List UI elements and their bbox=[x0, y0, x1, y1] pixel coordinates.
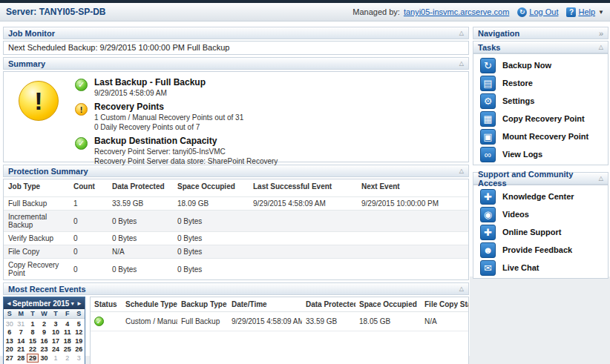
calendar-day[interactable]: 6 bbox=[4, 328, 16, 336]
navigation-header[interactable]: Navigation » bbox=[473, 27, 609, 39]
server-title: Server: TANYI05-SP-DB bbox=[6, 7, 106, 17]
collapse-icon[interactable]: △ bbox=[459, 60, 464, 67]
calendar-day[interactable]: 7 bbox=[16, 328, 27, 336]
tasks-header[interactable]: Tasks △ bbox=[473, 41, 609, 53]
app-header: Server: TANYI05-SP-DB Managed by: tanyi0… bbox=[0, 3, 610, 21]
success-icon: ✓ bbox=[75, 137, 88, 150]
collapse-icon[interactable]: △ bbox=[459, 285, 464, 292]
calendar-day[interactable]: 2 bbox=[62, 354, 73, 362]
calendar-day[interactable]: 1 bbox=[27, 320, 39, 328]
calendar-next-icon[interactable]: ► bbox=[76, 300, 82, 307]
calendar-day[interactable]: 28 bbox=[16, 354, 27, 362]
sidebar-item-backup-now[interactable]: ↻Backup Now bbox=[473, 56, 608, 74]
settings-wrench-icon: ⚙ bbox=[480, 93, 496, 109]
collapse-icon[interactable]: △ bbox=[459, 168, 464, 174]
calendar-day[interactable]: 4 bbox=[62, 320, 73, 328]
calendar-day[interactable]: 5 bbox=[73, 320, 85, 328]
table-cell: Full Backup bbox=[4, 197, 69, 211]
calendar-day[interactable]: 22 bbox=[27, 345, 39, 353]
calendar-day[interactable]: 1 bbox=[50, 354, 62, 362]
table-cell bbox=[249, 211, 357, 232]
help-caret-icon: ▼ bbox=[598, 9, 604, 16]
calendar-day[interactable]: 11 bbox=[62, 328, 73, 336]
backup-now-icon: ↻ bbox=[480, 58, 496, 73]
calendar-day[interactable]: 30 bbox=[4, 320, 16, 328]
sidebar-item-live-chat[interactable]: ✉Live Chat bbox=[473, 259, 608, 277]
expand-panel-icon[interactable]: » bbox=[599, 30, 603, 36]
collapse-icon[interactable]: △ bbox=[459, 30, 464, 36]
calendar-prev-icon[interactable]: ◄ bbox=[6, 300, 12, 307]
summary-item-text: Last Backup - Full Backup9/29/2015 4:58:… bbox=[94, 78, 206, 97]
calendar-day-selected[interactable]: 29 bbox=[27, 354, 39, 363]
sidebar-item-videos[interactable]: ◉Videos bbox=[473, 205, 608, 223]
sidebar-item-provide-feedback[interactable]: ☻Provide Feedback bbox=[473, 241, 608, 259]
calendar-dropdown-icon[interactable]: ▼ bbox=[70, 301, 75, 306]
help-icon[interactable]: ? bbox=[566, 7, 576, 17]
calendar-day[interactable]: 25 bbox=[62, 345, 73, 353]
collapse-icon[interactable]: △ bbox=[599, 44, 603, 50]
calendar-day-header: T bbox=[50, 310, 62, 317]
calendar-day[interactable]: 23 bbox=[39, 345, 50, 353]
calendar-day[interactable]: 3 bbox=[73, 354, 85, 362]
sidebar-item-label: Copy Recovery Point bbox=[502, 114, 585, 123]
calendar-day[interactable]: 3 bbox=[50, 320, 62, 328]
table-row: Full Backup133.59 GB18.09 GB9/29/2015 4:… bbox=[4, 197, 468, 211]
log-out-link[interactable]: Log Out bbox=[529, 7, 558, 16]
sidebar-item-mount-recovery-point[interactable]: ▣Mount Recovery Point bbox=[473, 128, 608, 145]
table-cell: 33.59 GB bbox=[302, 312, 355, 331]
table-cell: N/A bbox=[421, 312, 468, 331]
calendar-grid: 3031123456789101112131415161718192021222… bbox=[4, 319, 85, 364]
collapse-icon[interactable]: △ bbox=[599, 175, 603, 182]
calendar-day[interactable]: 31 bbox=[16, 320, 27, 328]
calendar-day-header: S bbox=[73, 310, 85, 317]
table-cell: Copy Recovery Point bbox=[4, 259, 69, 280]
support-header[interactable]: Support and Community Access △ bbox=[473, 172, 609, 185]
table-cell bbox=[249, 232, 357, 245]
calendar-day[interactable]: 18 bbox=[62, 337, 73, 345]
summary-item-line: 0 Daily Recovery Points out of 7 bbox=[94, 123, 243, 131]
table-cell: 0 Bytes bbox=[173, 211, 249, 232]
summary-item-line: Recovery Point Server data store: ShareP… bbox=[94, 157, 278, 165]
table-cell: 0 bbox=[69, 211, 108, 232]
calendar-day[interactable]: 21 bbox=[16, 345, 27, 353]
managed-by-link[interactable]: tanyi05-insvmc.arcserve.com bbox=[404, 7, 509, 16]
table-cell: 18.05 GB bbox=[355, 312, 421, 331]
calendar-month-label[interactable]: September 2015 bbox=[12, 300, 70, 308]
sidebar-item-view-logs[interactable]: ∞View Logs bbox=[473, 145, 608, 163]
calendar-day[interactable]: 13 bbox=[4, 337, 16, 345]
sidebar-item-settings[interactable]: ⚙Settings bbox=[473, 92, 608, 110]
calendar-day[interactable]: 20 bbox=[4, 345, 16, 353]
summary-item-text: Recovery Points1 Custom / Manual Recover… bbox=[94, 102, 243, 131]
help-link[interactable]: Help bbox=[578, 7, 595, 16]
calendar-day[interactable]: 14 bbox=[16, 337, 27, 345]
calendar-day[interactable]: 19 bbox=[73, 337, 85, 345]
column-header: Status bbox=[91, 297, 122, 312]
calendar-day[interactable]: 24 bbox=[50, 345, 62, 353]
calendar-day[interactable]: 26 bbox=[73, 345, 85, 353]
column-header: Next Event bbox=[357, 179, 468, 197]
calendar: ◄ September 2015 ▼ ► SMTWTFS 30311234567… bbox=[3, 297, 85, 364]
calendar-day[interactable]: 12 bbox=[73, 328, 85, 336]
protection-summary-header[interactable]: Protection Summary △ bbox=[3, 165, 469, 177]
calendar-day[interactable]: 16 bbox=[39, 337, 50, 345]
managed-by-label: Managed by: bbox=[352, 7, 400, 16]
sidebar-item-copy-recovery-point[interactable]: ▦Copy Recovery Point bbox=[473, 110, 608, 128]
sidebar-item-knowledge-center[interactable]: ✚Knowledge Center bbox=[473, 188, 608, 205]
calendar-day[interactable]: 27 bbox=[4, 354, 16, 362]
sidebar-item-restore[interactable]: ▤Restore bbox=[473, 74, 608, 92]
calendar-day[interactable]: 30 bbox=[39, 354, 50, 362]
calendar-day[interactable]: 17 bbox=[50, 337, 62, 345]
log-out-icon[interactable]: ↻ bbox=[517, 7, 527, 17]
calendar-day[interactable]: 9 bbox=[39, 328, 50, 336]
calendar-day[interactable]: 2 bbox=[39, 320, 50, 328]
table-cell: 1 bbox=[69, 197, 108, 211]
provide-feedback-icon: ☻ bbox=[480, 242, 496, 258]
table-cell: 0 Bytes bbox=[108, 259, 173, 280]
job-monitor-header[interactable]: Job Monitor △ bbox=[3, 27, 469, 39]
sidebar-item-online-support[interactable]: ✚Online Support bbox=[473, 223, 608, 241]
calendar-day[interactable]: 8 bbox=[27, 328, 39, 336]
calendar-day[interactable]: 15 bbox=[27, 337, 39, 345]
most-recent-events-header[interactable]: Most Recent Events △ bbox=[3, 282, 469, 295]
summary-header[interactable]: Summary △ bbox=[3, 57, 469, 70]
calendar-day[interactable]: 10 bbox=[50, 328, 62, 336]
